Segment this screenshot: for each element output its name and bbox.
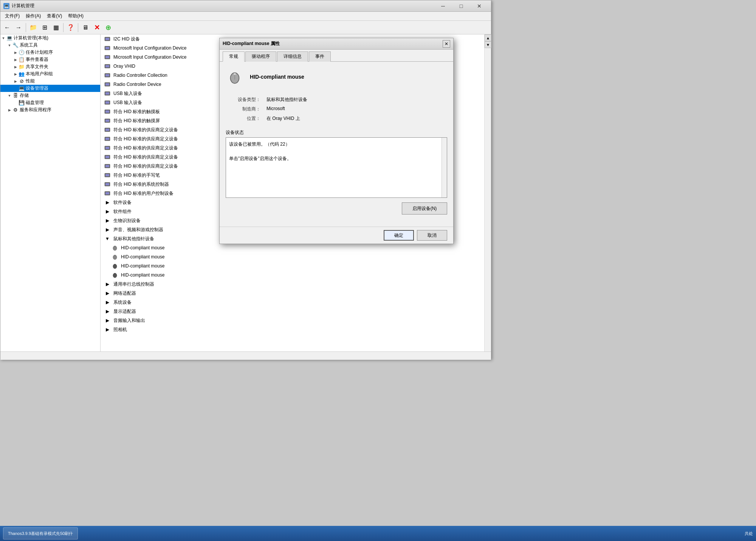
tab-events[interactable]: 事件 — [309, 51, 331, 62]
list-item[interactable]: ▶ 系统设备 — [101, 298, 484, 307]
back-button[interactable]: ← — [2, 22, 12, 33]
right-scroll-panel: ▲ ▼ — [484, 34, 491, 351]
device-icon — [104, 90, 111, 97]
list-item[interactable]: HID-compliant mouse — [101, 243, 484, 252]
device-icon: ▶ — [104, 280, 111, 288]
tab-driver[interactable]: 驱动程序 — [245, 51, 276, 62]
svg-rect-27 — [105, 156, 109, 158]
menu-help[interactable]: 帮助(H) — [65, 12, 87, 20]
device-icon: ▶ — [104, 326, 111, 333]
taskbar-item-0[interactable]: Thanos3.9.9基础有录模式先50刷什 — [3, 527, 78, 539]
dialog-title: HID-compliant mouse 属性 — [223, 40, 443, 47]
disk-label: 磁盘管理 — [26, 99, 44, 106]
status-section-label: 设备状态 — [226, 129, 447, 136]
title-bar: 💻 计算机管理 ─ □ ✕ — [0, 0, 491, 12]
add-button[interactable]: ✕ — [91, 22, 102, 33]
sidebar-item-local-users[interactable]: ▶ 👥 本地用户和组 — [0, 70, 100, 78]
grid-button[interactable]: ⊞ — [39, 22, 50, 33]
sidebar-item-performance[interactable]: ▶ ⊘ 性能 — [0, 78, 100, 85]
cancel-button[interactable]: 取消 — [417, 230, 447, 241]
device-label: 符合 HID 标准的供应商定义设备 — [113, 127, 178, 133]
sidebar-item-event-viewer[interactable]: ▶ 📋 事件查看器 — [0, 56, 100, 63]
status-scrollbar[interactable] — [442, 138, 447, 197]
menu-action[interactable]: 操作(A) — [23, 12, 44, 20]
device-label: 音频输入和输出 — [113, 317, 145, 324]
device-icon — [104, 62, 111, 70]
list-item[interactable]: ▶ 显示适配器 — [101, 307, 484, 316]
storage-label: 存储 — [20, 92, 29, 99]
menu-view[interactable]: 查看(V) — [44, 12, 65, 20]
svc-expander: ▶ — [6, 107, 12, 113]
sidebar-item-services[interactable]: ▶ ⚙ 服务和应用程序 — [0, 106, 100, 113]
disk-icon: 💾 — [19, 100, 25, 106]
device-icon — [104, 135, 111, 143]
device-label: HID-compliant mouse — [121, 263, 164, 269]
sidebar: ▼ 💻 计算机管理(本地) ▼ 🔧 系统工具 ▶ 🕐 任务计划程序 ▶ 📋 事件… — [0, 34, 101, 351]
list-button[interactable]: ▦ — [51, 22, 61, 33]
users-expander: ▶ — [12, 71, 19, 77]
sidebar-item-device-manager[interactable]: 💻 设备管理器 — [0, 85, 100, 92]
device-icon: ▶ — [104, 208, 111, 215]
ok-button[interactable]: 确定 — [384, 230, 414, 241]
scroll-up[interactable]: ▲ — [485, 34, 491, 41]
task-sched-icon: 🕐 — [19, 50, 25, 56]
manufacturer-label: 制造商： — [226, 104, 263, 114]
device-large-icon — [226, 68, 244, 86]
enable-device-button[interactable]: 启用设备(N) — [402, 202, 447, 215]
device-label: 通用串行总线控制器 — [113, 281, 154, 288]
list-item[interactable]: ▶ 照相机 — [101, 325, 484, 334]
forward-button[interactable]: → — [13, 22, 24, 33]
sidebar-item-system-tools[interactable]: ▼ 🔧 系统工具 — [0, 42, 100, 49]
menu-file[interactable]: 文件(F) — [2, 12, 23, 20]
taskbar-item-label: Thanos3.9.9基础有录模式先50刷什 — [8, 531, 73, 536]
title-controls: ─ □ ✕ — [434, 0, 488, 12]
device-label: 鼠标和其他指针设备 — [113, 236, 154, 242]
tab-details[interactable]: 详细信息 — [277, 51, 308, 62]
sidebar-item-storage[interactable]: ▼ 🗄 存储 — [0, 92, 100, 99]
monitor-button[interactable]: 🖥 — [80, 22, 91, 33]
list-item[interactable]: ▶ 音频输入和输出 — [101, 316, 484, 325]
device-icon — [104, 117, 111, 124]
svg-rect-17 — [105, 110, 109, 113]
device-label: I2C HID 设备 — [113, 36, 140, 42]
menu-bar: 文件(F) 操作(A) 查看(V) 帮助(H) — [0, 12, 491, 21]
toolbar: ← → 📁 ⊞ ▦ ❓ 🖥 ✕ ⊕ — [0, 21, 491, 34]
device-header: HID-compliant mouse — [226, 68, 447, 86]
maximize-button[interactable]: □ — [452, 0, 470, 12]
list-item[interactable]: HID-compliant mouse — [101, 261, 484, 270]
device-icon: ▶ — [104, 217, 111, 224]
device-icon — [104, 35, 111, 43]
device-icon: ▶ — [104, 226, 111, 233]
manufacturer-value: Microsoft — [263, 104, 447, 114]
svg-point-43 — [234, 73, 236, 75]
list-item[interactable]: HID-compliant mouse — [101, 270, 484, 280]
toolbar-separator-2 — [63, 23, 64, 32]
tab-general[interactable]: 常规 — [223, 51, 245, 62]
sidebar-root[interactable]: ▼ 💻 计算机管理(本地) — [0, 34, 100, 42]
minimize-button[interactable]: ─ — [434, 0, 452, 12]
list-item[interactable]: ▶ 通用串行总线控制器 — [101, 280, 484, 289]
green-button[interactable]: ⊕ — [103, 22, 113, 33]
svg-rect-1 — [105, 38, 109, 40]
device-icon — [104, 180, 111, 188]
system-tools-expander: ▼ — [6, 42, 12, 48]
shared-label: 共享文件夹 — [26, 64, 48, 70]
close-button[interactable]: ✕ — [471, 0, 488, 12]
device-label: HID-compliant mouse — [121, 272, 164, 278]
device-icon: ▶ — [104, 289, 111, 297]
device-label: Radio Controller Collection — [113, 73, 167, 78]
folder-button[interactable]: 📁 — [28, 22, 39, 33]
list-item[interactable]: ▶ 网络适配器 — [101, 289, 484, 298]
device-status-section: 设备状态 该设备已被禁用。（代码 22） 单击"启用设备"启用这个设备。 — [226, 129, 447, 198]
dialog-close-button[interactable]: ✕ — [443, 40, 450, 48]
device-icon — [111, 244, 119, 252]
help-button[interactable]: ❓ — [65, 22, 76, 33]
scroll-down[interactable]: ▼ — [485, 41, 491, 48]
device-label: 软件设备 — [113, 199, 132, 206]
sidebar-item-disk-mgmt[interactable]: 💾 磁盘管理 — [0, 99, 100, 106]
svg-rect-13 — [105, 92, 109, 95]
users-label: 本地用户和组 — [26, 71, 53, 77]
sidebar-item-shared-folders[interactable]: ▶ 📁 共享文件夹 — [0, 63, 100, 70]
list-item[interactable]: HID-compliant mouse — [101, 252, 484, 261]
sidebar-item-task-scheduler[interactable]: ▶ 🕐 任务计划程序 — [0, 49, 100, 56]
